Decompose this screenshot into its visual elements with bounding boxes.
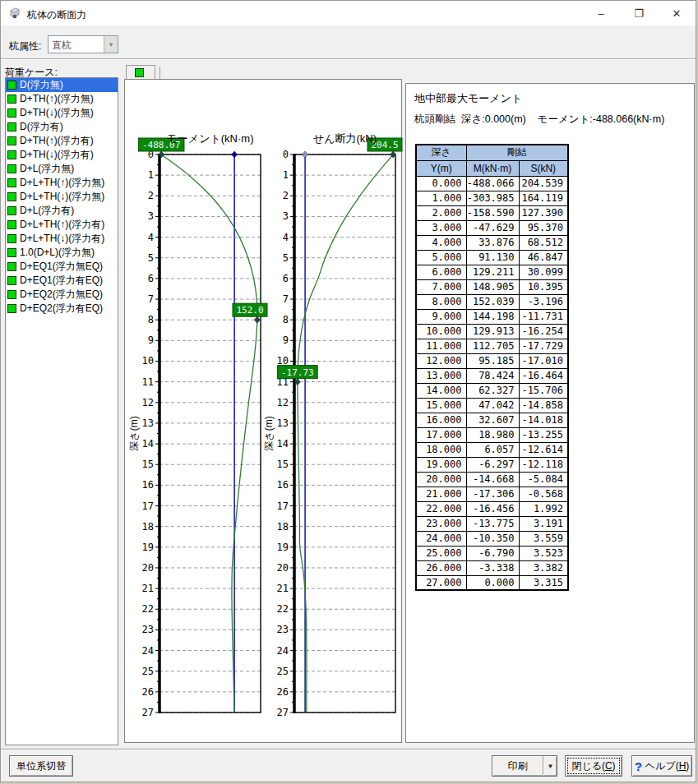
table-cell: 3.382 xyxy=(519,560,568,575)
svg-text:27: 27 xyxy=(277,707,289,718)
table-row: 6.000129.21130.099 xyxy=(416,265,568,279)
table-cell: 8.000 xyxy=(416,294,466,309)
table-cell: 23.000 xyxy=(416,516,466,531)
svg-text:深さ(m): 深さ(m) xyxy=(263,416,275,450)
svg-text:13: 13 xyxy=(277,417,289,429)
print-dropdown-icon[interactable]: ▼ xyxy=(544,763,557,770)
table-cell: -11.731 xyxy=(519,309,568,324)
list-item[interactable]: D+L+TH(↓)(浮力無) xyxy=(6,190,118,204)
table-row: 16.00032.607-14.018 xyxy=(416,413,568,427)
svg-text:27: 27 xyxy=(142,707,154,718)
list-item[interactable]: D+EQ1(浮力無EQ) xyxy=(6,260,118,274)
table-row: 18.0006.057-12.614 xyxy=(416,442,568,457)
green-square-icon xyxy=(7,81,16,90)
svg-text:2: 2 xyxy=(283,190,289,201)
dialog-pile-section-force: 杭体の断面力 – ❐ ✕ 杭属性: 直杭 ▼ 荷重ケース: D(浮力無)D+TH… xyxy=(0,0,696,782)
table-cell: 26.000 xyxy=(416,560,466,575)
chart-panel: 0123456789101112131415161718192021222324… xyxy=(124,79,402,743)
svg-text:12: 12 xyxy=(142,397,154,408)
table-row: 19.000-6.297-12.118 xyxy=(416,457,568,472)
table-cell: 24.000 xyxy=(416,531,466,546)
list-item[interactable]: D+EQ2(浮力無EQ) xyxy=(6,288,118,302)
list-item[interactable]: D+TH(↑)(浮力有) xyxy=(6,134,118,148)
table-cell: -15.706 xyxy=(519,383,568,398)
list-item[interactable]: 1.0(D+L)(浮力無) xyxy=(6,246,118,260)
table-row: 7.000148.90510.395 xyxy=(416,279,568,294)
green-square-icon xyxy=(7,220,16,229)
chevron-down-icon[interactable]: ▼ xyxy=(104,36,118,53)
table-cell: -13.255 xyxy=(519,427,568,442)
list-item[interactable]: D+TH(↑)(浮力無) xyxy=(6,92,118,106)
chart-tab[interactable] xyxy=(126,65,155,80)
list-item[interactable]: D+L(浮力無) xyxy=(6,162,118,176)
list-item[interactable]: D+L+TH(↑)(浮力有) xyxy=(6,218,118,232)
maximize-icon[interactable]: ❐ xyxy=(620,1,658,25)
table-cell: 46.847 xyxy=(519,250,568,265)
close-button-label: 閉じる( xyxy=(571,759,605,773)
load-case-list[interactable]: D(浮力無)D+TH(↑)(浮力無)D+TH(↓)(浮力無)D(浮力有)D+TH… xyxy=(5,77,118,745)
list-item[interactable]: D+EQ1(浮力有EQ) xyxy=(6,274,118,288)
list-item[interactable]: D(浮力有) xyxy=(6,120,118,134)
list-item-label: D+EQ1(浮力無EQ) xyxy=(20,260,103,274)
result-title: 地中部最大モーメント xyxy=(414,91,522,106)
list-item-label: D+EQ2(浮力有EQ) xyxy=(20,302,103,316)
table-cell: -13.775 xyxy=(466,516,519,531)
list-item[interactable]: D+L(浮力有) xyxy=(6,204,118,218)
table-cell: 12.000 xyxy=(416,353,466,368)
table-cell: 11.000 xyxy=(416,339,466,353)
titlebar[interactable]: 杭体の断面力 – ❐ ✕ xyxy=(1,1,696,25)
green-square-icon xyxy=(7,262,16,271)
table-cell: 32.607 xyxy=(466,413,519,427)
list-item[interactable]: D+TH(↓)(浮力無) xyxy=(6,106,118,120)
list-item[interactable]: D+L+TH(↑)(浮力無) xyxy=(6,176,118,190)
minimize-icon[interactable]: – xyxy=(582,1,620,25)
svg-text:9: 9 xyxy=(148,334,154,346)
svg-text:16: 16 xyxy=(142,479,154,491)
table-cell: -12.118 xyxy=(519,457,568,472)
list-item[interactable]: D(浮力無) xyxy=(6,78,118,92)
list-item[interactable]: D+TH(↓)(浮力有) xyxy=(6,148,118,162)
table-cell: 9.000 xyxy=(416,309,466,324)
print-button-label: 印刷 xyxy=(492,759,543,773)
table-row: 2.000-158.590127.390 xyxy=(416,205,568,220)
svg-text:9: 9 xyxy=(283,334,289,346)
list-item[interactable]: D+L+TH(↓)(浮力有) xyxy=(6,232,118,246)
table-cell: 112.705 xyxy=(466,339,519,353)
green-square-icon xyxy=(7,206,16,215)
unit-switch-button[interactable]: 単位系切替 xyxy=(9,755,73,777)
list-item[interactable]: D+EQ2(浮力有EQ) xyxy=(6,302,118,316)
table-cell: 10.395 xyxy=(519,279,568,294)
help-icon: ? xyxy=(635,759,642,773)
help-button-label: ヘルプ( xyxy=(645,759,679,773)
help-button[interactable]: ? ヘルプ(H) xyxy=(631,755,692,777)
table-cell: 3.559 xyxy=(519,531,568,546)
pile-attr-select[interactable]: 直杭 ▼ xyxy=(48,35,118,53)
close-button[interactable]: 閉じる(C) xyxy=(565,755,622,777)
help-button-mnemonic: H xyxy=(679,760,686,772)
table-cell: 15.000 xyxy=(416,398,466,413)
table-cell: 25.000 xyxy=(416,546,466,560)
table-row: 8.000152.039-3.196 xyxy=(416,294,568,309)
table-cell: 47.042 xyxy=(466,398,519,413)
table-header-s: S(kN) xyxy=(519,160,568,176)
svg-text:20: 20 xyxy=(142,562,154,574)
separator xyxy=(1,58,696,60)
svg-text:8: 8 xyxy=(148,314,154,325)
svg-text:13: 13 xyxy=(142,417,154,429)
table-cell: 27.000 xyxy=(416,575,466,590)
table-cell: 95.185 xyxy=(466,353,519,368)
list-item-label: D+TH(↑)(浮力有) xyxy=(20,134,94,148)
svg-text:20: 20 xyxy=(277,562,289,574)
table-cell: 144.198 xyxy=(466,309,519,324)
list-item-label: D+L(浮力有) xyxy=(20,204,74,218)
table-cell: -17.010 xyxy=(519,353,568,368)
svg-text:23: 23 xyxy=(277,624,289,635)
svg-text:4: 4 xyxy=(148,232,154,243)
list-item-label: D(浮力無) xyxy=(20,78,63,92)
print-button[interactable]: 印刷 ▼ xyxy=(492,755,557,777)
table-cell: 127.390 xyxy=(519,205,568,220)
table-cell: 33.876 xyxy=(466,235,519,250)
green-square-icon xyxy=(7,95,16,104)
close-icon[interactable]: ✕ xyxy=(658,1,696,25)
table-row: 27.0000.0003.315 xyxy=(416,575,568,590)
